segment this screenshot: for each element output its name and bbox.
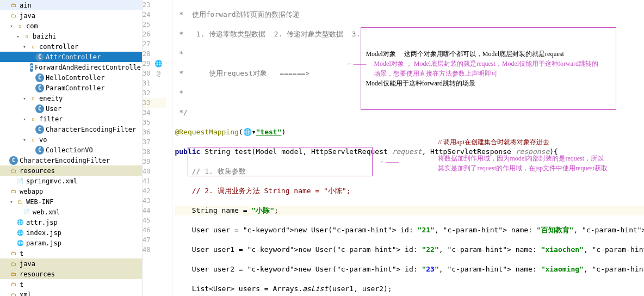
package-icon: ▫ bbox=[16, 22, 24, 30]
line-number: 23 bbox=[143, 0, 150, 10]
line-number: 24 bbox=[143, 10, 150, 20]
tree-label: CharacterEncodingFilter bbox=[46, 126, 136, 133]
tree-item-com[interactable]: ▾▫com bbox=[0, 21, 142, 31]
comment: * 使用forward跳转页面的数据传递 bbox=[175, 10, 299, 18]
string: "test" bbox=[256, 128, 282, 136]
highlight-box bbox=[188, 147, 373, 176]
tree-label: WEB-INF bbox=[26, 198, 54, 206]
comment: */ bbox=[175, 108, 187, 116]
line-number: 32 bbox=[143, 88, 150, 98]
tree-label: t bbox=[20, 281, 23, 288]
tree-label: t bbox=[20, 250, 23, 257]
tree-item-java[interactable]: 🗀java bbox=[0, 258, 142, 269]
tree-item-eneity[interactable]: ▾▫eneity bbox=[0, 93, 142, 103]
tree-label: resources bbox=[20, 270, 55, 278]
tree-item-paramcontroller[interactable]: CParamController bbox=[0, 83, 142, 93]
line-number: 35 bbox=[143, 118, 150, 127]
tree-item-web-inf[interactable]: ▾🗀WEB-INF bbox=[0, 196, 142, 207]
package-icon: ▫ bbox=[29, 94, 38, 103]
line-number: 26 bbox=[143, 29, 150, 39]
class-icon: C bbox=[35, 146, 44, 155]
tree-item-t[interactable]: 🗀t bbox=[0, 248, 142, 258]
tree-item-hellocontroller[interactable]: CHelloController bbox=[0, 72, 142, 83]
tree-item-webapp[interactable]: 🗀webapp bbox=[0, 186, 142, 196]
tree-item-attrcontroller[interactable]: CAttrController bbox=[0, 52, 142, 62]
tree-label: ForwardAndRedirectController bbox=[35, 64, 143, 71]
tree-item-user[interactable]: CUser bbox=[0, 103, 142, 114]
tree-label: index.jsp bbox=[26, 229, 61, 237]
tree-label: AttrController bbox=[46, 53, 101, 61]
line-number: 42 bbox=[143, 186, 150, 196]
line-number: 27 bbox=[143, 39, 150, 49]
tree-item-characterencodingfilter[interactable]: CCharacterEncodingFilter bbox=[0, 124, 142, 134]
line-number: 30 bbox=[143, 69, 150, 78]
tree-item-xml[interactable]: 🗀xml bbox=[0, 289, 142, 296]
tree-item-collectionvo[interactable]: CCollectionVO bbox=[0, 145, 142, 155]
line-number: 29 bbox=[143, 59, 150, 69]
tree-label: baizhi bbox=[33, 33, 56, 40]
tree-label: eneity bbox=[39, 95, 63, 102]
line-number: 39 bbox=[143, 157, 150, 166]
comment: * bbox=[175, 89, 183, 97]
package-icon: ▫ bbox=[29, 42, 38, 51]
line-number: 45 bbox=[143, 215, 150, 225]
tree-label: ain bbox=[20, 2, 32, 9]
tree-label: controller bbox=[39, 43, 78, 51]
tree-label: attr.jsp bbox=[26, 219, 58, 226]
tree-item-characterencodingfilter[interactable]: CCharacterEncodingFilter bbox=[0, 155, 142, 165]
tree-label: ParamController bbox=[46, 84, 104, 92]
html-icon: 🌐 bbox=[16, 218, 24, 227]
project-tree[interactable]: 🗀ain🗀java▾▫com▾▫baizhi▾▫controllerCAttrC… bbox=[0, 0, 143, 296]
file-icon: 📄 bbox=[22, 208, 31, 217]
class-icon: C bbox=[35, 125, 44, 134]
tree-item-springmvc-xml[interactable]: 📄springmvc.xml bbox=[0, 176, 142, 186]
code-editor[interactable]: 23242526272829🌐30@3132333435363738394041… bbox=[143, 0, 644, 296]
line-gutter: 23242526272829🌐30@3132333435363738394041… bbox=[143, 0, 172, 296]
class-icon: C bbox=[35, 104, 44, 113]
comment: // 2. 调用业务方法 String name = "小陈"; bbox=[175, 187, 350, 195]
tree-item-resources[interactable]: 🗀resources bbox=[0, 165, 142, 176]
tree-item-ain[interactable]: 🗀ain bbox=[0, 0, 142, 10]
annotation-arrow: ←—— bbox=[379, 157, 399, 166]
folder-icon: 🗀 bbox=[9, 11, 18, 20]
folder-icon: 🗀 bbox=[9, 1, 18, 10]
tree-item-t[interactable]: 🗀t bbox=[0, 279, 142, 289]
folder-icon: 🗀 bbox=[9, 260, 18, 268]
tree-label: java bbox=[20, 12, 35, 20]
line-number: 47 bbox=[143, 235, 150, 245]
folder-icon: 🗀 bbox=[9, 166, 18, 175]
tree-label: HelloController bbox=[46, 74, 104, 82]
tree-label: web.xml bbox=[33, 208, 60, 216]
tree-item-param-jsp[interactable]: 🌐param.jsp bbox=[0, 238, 142, 248]
tree-item-java[interactable]: 🗀java bbox=[0, 10, 142, 21]
tree-label: webapp bbox=[20, 188, 43, 195]
class-icon: C bbox=[35, 73, 44, 82]
tree-label: xml bbox=[20, 291, 32, 297]
annotation-text: Model对象 ， Model底层封装的就是request，Model仅能用于这… bbox=[374, 59, 598, 69]
code-content[interactable]: * 使用forward跳转页面的数据传递 * 1. 传递零散类型数据 2. 传递… bbox=[172, 0, 644, 296]
tree-item-baizhi[interactable]: ▾▫baizhi bbox=[0, 31, 142, 41]
line-number: 25 bbox=[143, 20, 150, 29]
folder-icon: 🗀 bbox=[9, 187, 18, 196]
line-number: 41 bbox=[143, 176, 150, 186]
file-icon: 📄 bbox=[16, 177, 24, 186]
tree-item-attr-jsp[interactable]: 🌐attr.jsp bbox=[0, 217, 142, 227]
tree-item-index-jsp[interactable]: 🌐index.jsp bbox=[0, 227, 142, 238]
tree-item-resources[interactable]: 🗀resources bbox=[0, 269, 142, 279]
annotation-text: 场景，想要使用直接在方法参数上声明即可 bbox=[374, 69, 498, 78]
line-number: 28 bbox=[143, 49, 150, 59]
line-number: 34 bbox=[143, 108, 150, 118]
tree-item-web-xml[interactable]: 📄web.xml bbox=[0, 207, 142, 217]
line-number: 43 bbox=[143, 196, 150, 206]
class-icon: C bbox=[35, 53, 44, 61]
tree-item-controller[interactable]: ▾▫controller bbox=[0, 41, 142, 52]
line-number: 37 bbox=[143, 137, 150, 147]
tree-item-forwardandredirectcontroller[interactable]: CForwardAndRedirectController bbox=[0, 62, 142, 72]
line-number: 48 bbox=[143, 245, 150, 255]
folder-icon: 🗀 bbox=[9, 280, 18, 289]
tree-item-filter[interactable]: ▾▫filter bbox=[0, 114, 142, 124]
folder-icon: 🗀 bbox=[9, 270, 18, 279]
line-number: 33 bbox=[143, 98, 150, 108]
tree-label: resources bbox=[20, 167, 55, 175]
tree-item-vo[interactable]: ▾▫vo bbox=[0, 134, 142, 145]
